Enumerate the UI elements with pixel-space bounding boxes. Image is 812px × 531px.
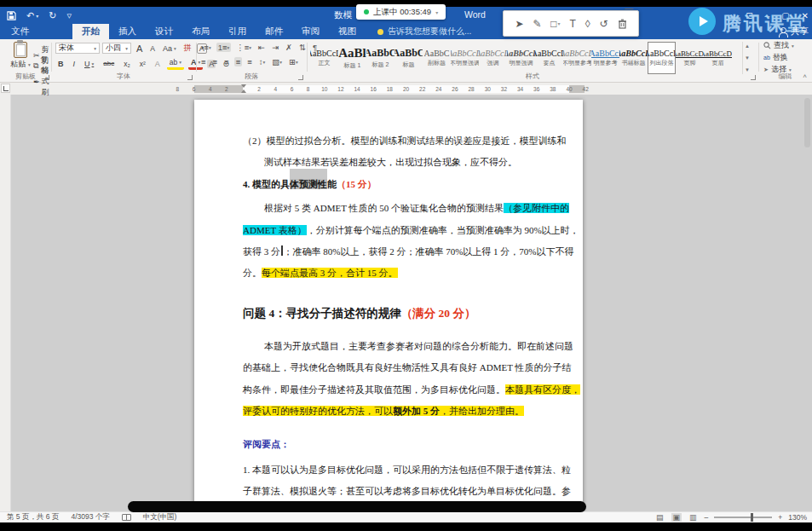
indent-marker[interactable] bbox=[241, 84, 245, 93]
paragraph-dialog-launcher[interactable] bbox=[298, 75, 303, 80]
page-indicator[interactable]: 第 5 页，共 6 页 bbox=[7, 512, 59, 522]
zoom-in-button[interactable]: + bbox=[778, 513, 782, 522]
redo-button[interactable]: ↻ bbox=[49, 10, 56, 21]
superscript-button[interactable]: x² bbox=[137, 59, 148, 69]
annotation-shape-tool[interactable]: □▾ bbox=[550, 18, 560, 30]
zoom-out-button[interactable]: – bbox=[705, 513, 709, 522]
increase-indent-button[interactable]: ⇥ bbox=[270, 43, 280, 52]
highlight-color-button[interactable]: ab▾ bbox=[167, 57, 184, 70]
style-不明显强调[interactable]: AaBbCcD不明显强调 bbox=[451, 42, 479, 74]
subscript-button[interactable]: x₂ bbox=[121, 59, 133, 69]
horizontal-ruler[interactable]: 8642246810121416182022242628303234363840… bbox=[0, 83, 812, 95]
print-layout-button[interactable]: ▣ bbox=[671, 513, 682, 522]
underline-button[interactable]: U▾ bbox=[82, 59, 96, 69]
phonetic-guide-button[interactable]: 拼 bbox=[181, 42, 194, 55]
vertical-scrollbar-thumb[interactable] bbox=[804, 98, 810, 147]
vertical-ruler[interactable] bbox=[0, 95, 11, 511]
strikethrough-button[interactable]: abc bbox=[101, 59, 117, 68]
style-列出段落[interactable]: AaBbCcD列出段落 bbox=[648, 42, 676, 74]
annotation-eraser-tool[interactable]: ◊ bbox=[585, 18, 590, 30]
collapse-ribbon-button[interactable]: ˄ bbox=[803, 72, 807, 80]
gallery-down-icon[interactable]: ▼ bbox=[745, 55, 750, 61]
annotation-undo-tool[interactable]: ↺ bbox=[600, 18, 608, 30]
style-强调[interactable]: AaBbCcD强调 bbox=[479, 42, 507, 74]
distribute-button[interactable]: ≡ bbox=[245, 57, 254, 66]
shrink-font-button[interactable]: A bbox=[147, 43, 158, 54]
style-明显参考[interactable]: AaBbCcI明显参考 bbox=[591, 42, 619, 74]
annotation-select-icon: ➤ bbox=[515, 18, 523, 30]
style-preview: AaBbCcD bbox=[563, 49, 591, 58]
save-button[interactable] bbox=[7, 11, 16, 20]
borders-button[interactable]: ⊞▾ bbox=[287, 57, 300, 66]
text-effects-button[interactable]: A bbox=[153, 59, 163, 69]
shading-button[interactable]: ▧▾ bbox=[270, 57, 284, 66]
find-button[interactable]: 查找▾ bbox=[763, 40, 812, 51]
change-case-button[interactable]: Aa▾ bbox=[160, 43, 179, 54]
style-正文[interactable]: AaBbCcD正文 bbox=[310, 42, 338, 74]
tell-me-box[interactable]: 告诉我您想要做什么... bbox=[377, 24, 471, 39]
undo-button[interactable]: ↶▾ bbox=[26, 10, 38, 21]
zoom-slider[interactable] bbox=[714, 517, 772, 518]
clipboard-dialog-launcher[interactable] bbox=[44, 75, 49, 80]
annotation-text-tool[interactable]: T bbox=[570, 18, 576, 30]
style-标题[interactable]: AaBbC标题 bbox=[394, 42, 423, 74]
multilevel-list-button[interactable]: ⋮≡▾ bbox=[234, 43, 253, 52]
tab-审阅[interactable]: 审阅 bbox=[292, 24, 329, 39]
gallery-up-icon[interactable]: ▲ bbox=[745, 43, 750, 49]
justify-button[interactable]: ≡ bbox=[234, 57, 243, 66]
zoom-level[interactable]: 130% bbox=[788, 513, 807, 522]
tab-邮件[interactable]: 邮件 bbox=[256, 24, 292, 39]
decrease-indent-button[interactable]: ⇤ bbox=[256, 43, 267, 52]
asian-layout-button[interactable]: ✗ bbox=[284, 43, 294, 52]
style-书籍标题[interactable]: AaBbCcD书籍标题 bbox=[619, 42, 648, 74]
tab-file[interactable]: 文件 bbox=[0, 24, 40, 39]
style-gallery-scrollbar[interactable]: ▲ ▼ ▼ bbox=[742, 42, 752, 74]
tab-开始[interactable]: 开始 bbox=[72, 24, 109, 39]
proofing-icon[interactable] bbox=[122, 514, 131, 521]
numbering-button[interactable]: 1≡▾ bbox=[216, 43, 232, 52]
tab-引用[interactable]: 引用 bbox=[219, 24, 256, 39]
style-页眉[interactable]: AaBbCcDd页眉 bbox=[704, 42, 732, 74]
style-标题 1[interactable]: AaBl标题 1 bbox=[338, 42, 366, 74]
share-button[interactable]: 共享 bbox=[778, 26, 809, 38]
tab-视图[interactable]: 视图 bbox=[329, 24, 366, 39]
tab-布局[interactable]: 布局 bbox=[182, 24, 219, 39]
annotation-trash-tool[interactable] bbox=[618, 19, 627, 29]
tab-插入[interactable]: 插入 bbox=[109, 24, 146, 39]
format-painter-button[interactable]: ✒格式刷 bbox=[31, 64, 52, 99]
style-副标题[interactable]: AaBbC副标题 bbox=[423, 42, 451, 74]
ruler-number: 4 bbox=[209, 85, 212, 93]
tab-selector[interactable] bbox=[1, 84, 10, 93]
italic-button[interactable]: I bbox=[71, 59, 78, 69]
class-status-pill[interactable]: 上课中 00:35:49 ▾ bbox=[356, 4, 446, 20]
read-mode-button[interactable]: ▤ bbox=[654, 513, 665, 522]
document-page[interactable]: （2）模型的过拟合分析。模型的训练和测试结果的误差应是接近，模型训练和测试样本结… bbox=[194, 100, 583, 511]
annotation-pen-tool[interactable]: ✎ bbox=[533, 18, 541, 30]
font-size-combo[interactable]: 小四▾ bbox=[102, 43, 131, 54]
tab-设计[interactable]: 设计 bbox=[146, 24, 182, 39]
web-layout-button[interactable]: ▥ bbox=[688, 513, 699, 522]
styles-dialog-launcher[interactable] bbox=[751, 75, 756, 80]
replace-button[interactable]: ab 替换 bbox=[763, 52, 812, 63]
language-indicator[interactable]: 中文(中国) bbox=[143, 512, 177, 522]
bold-button[interactable]: B bbox=[55, 59, 66, 69]
font-dialog-launcher[interactable] bbox=[187, 75, 193, 80]
customize-qat-button[interactable]: ▿ bbox=[66, 10, 72, 21]
grow-font-button[interactable]: A bbox=[134, 43, 145, 55]
align-right-button[interactable]: ≡ bbox=[222, 57, 231, 66]
style-明显强调[interactable]: AaBbCcD明显强调 bbox=[507, 42, 535, 74]
style-标题 2[interactable]: AaBbC标题 2 bbox=[366, 42, 394, 74]
style-页脚[interactable]: AaBbCcDd页脚 bbox=[676, 42, 704, 74]
align-center-button[interactable]: ≡ bbox=[211, 57, 220, 66]
word-count[interactable]: 4/3093 个字 bbox=[71, 512, 109, 522]
style-不明显参考[interactable]: AaBbCcD不明显参考 bbox=[563, 42, 591, 74]
bullets-button[interactable]: •≡▾ bbox=[199, 43, 213, 52]
zoom-slider-thumb[interactable] bbox=[751, 513, 753, 522]
font-name-combo[interactable]: 宋体▾ bbox=[55, 43, 100, 54]
annotation-minimize-button[interactable]: — bbox=[625, 3, 633, 13]
align-left-button[interactable]: ≡ bbox=[199, 57, 208, 66]
annotation-select-tool[interactable]: ➤ bbox=[515, 18, 523, 30]
style-要点[interactable]: AaBbCcD要点 bbox=[535, 42, 563, 74]
document-area[interactable]: （2）模型的过拟合分析。模型的训练和测试结果的误差应是接近，模型训练和测试样本结… bbox=[0, 95, 812, 511]
line-spacing-button[interactable]: ↕▾ bbox=[257, 57, 268, 66]
